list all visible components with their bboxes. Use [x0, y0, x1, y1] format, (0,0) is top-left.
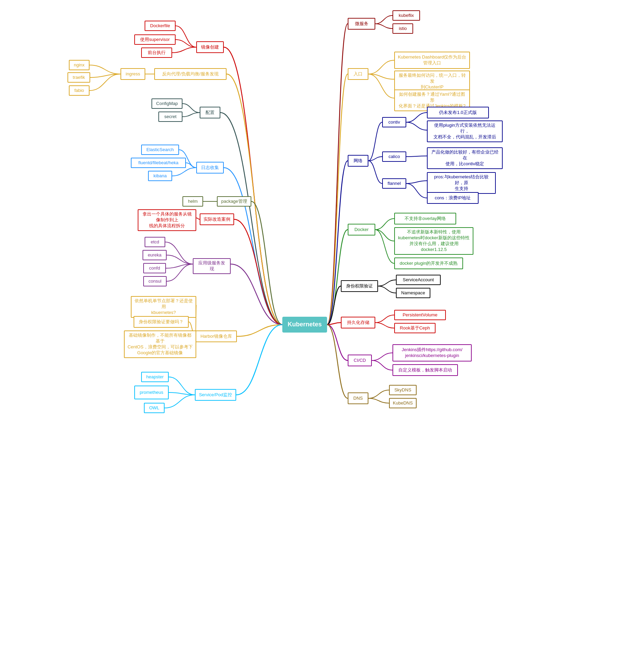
node-kubedns: KubeDNS [389, 398, 417, 408]
node-shenfenquanxian: 身份权限验证 [341, 280, 378, 292]
node-traefik: traefik [67, 72, 90, 83]
node-secret: secret [158, 112, 182, 122]
node-etcd: etcd [145, 237, 165, 247]
node-flannel_note2: cons：浪费IP地址 [427, 192, 479, 204]
node-eureka: eureka [143, 250, 167, 260]
mindmap-container: Kubernetes微服务kubeflixistio入口Kubernetes D… [0, 0, 639, 672]
node-pv: PersistentVolume [394, 310, 446, 320]
node-flannel_note1: pros:与kubernetes结合比较好，原 生支持 [427, 172, 496, 194]
node-ingress_desc: 反向代理/负载均衡/服务发现 [154, 68, 227, 80]
connections-svg [0, 0, 639, 672]
node-shiji_note: 拿出一个具体的服务从镜像制作到上 线的具体流程拆分 [138, 209, 196, 231]
node-owl: OWL [144, 403, 165, 413]
node-calico: calico [382, 151, 406, 162]
node-dns: DNS [348, 392, 368, 404]
node-cicd: CI/CD [348, 355, 372, 366]
node-jenkins_note: Jenkins插件https://github.com/ jenkinsci/k… [392, 344, 472, 361]
node-jingxiangjiangjian: 镜像创建 [196, 41, 224, 53]
node-elasticsearch: ElasticSearch [141, 145, 179, 155]
node-docker_note1: 不支持非overlay网络 [394, 213, 456, 224]
node-skydns: SkyDNS [389, 385, 417, 395]
node-dockerfile: Dockerfile [145, 21, 176, 31]
node-docker: Docker [348, 224, 375, 235]
center-node: Kubernetes [282, 317, 327, 333]
node-serviceaccount: ServiceAccount [396, 275, 441, 285]
node-fluentd: fluentd/filebeat/heka [131, 158, 186, 168]
node-contiv_note2: 使用plugin方式安装依然无法运行， 文档不全，代码混乱，开发滞后 [427, 120, 503, 142]
node-fuwufaxian: 应用级服务发现 [193, 258, 231, 274]
node-weifuwu: 微服务 [348, 18, 375, 30]
node-muban_note: 自定义模板，触发脚本启动 [392, 364, 458, 376]
node-rukou: 入口 [348, 68, 368, 80]
node-shijigaizao: 实际改造案例 [200, 213, 234, 225]
node-kubeflix: kubeflix [392, 10, 420, 21]
node-consul: consul [143, 276, 167, 286]
node-jichujingxiang_note: 基础镜像制作，不能所有镜像都基于 CentOS，浪费空间，可以参考下 Googl… [124, 330, 196, 358]
node-rizhishouji: 日志收集 [196, 162, 224, 174]
node-wangluo: 网络 [348, 155, 368, 167]
node-fuwu_note: 服务最终如何访问，统一入口，转发 到ClusterIP [394, 71, 470, 92]
node-flannel: flannel [382, 178, 406, 189]
node-docker_note3: docker plugin的开发并不成熟 [394, 258, 463, 269]
node-kibana: kibana [148, 171, 172, 181]
node-rook: Rook基于Ceph [394, 323, 436, 333]
node-heapster: heapster [141, 372, 169, 382]
node-shenfenquanxian_note: 身份权限验证要做吗？ [134, 316, 189, 328]
node-prometheus: prometheus [134, 386, 169, 399]
node-configmap: ConfigMap [151, 98, 182, 109]
node-contiv_note1: 仍未发布1.0正式版 [427, 107, 489, 118]
node-nginx: nginx [69, 60, 90, 70]
node-dashboard_note: Kubernetes Dashboard仅作为后台 管理入口 [394, 52, 470, 69]
node-supervisor: 使用supervisor [134, 34, 176, 45]
node-calico_note: 产品化做的比较好，有些企业已经在 使用，比contiv稳定 [427, 147, 503, 169]
node-package: package管理 [217, 196, 251, 207]
node-contiv: contiv [382, 117, 406, 127]
node-servicepod: Service/Pod监控 [195, 389, 236, 401]
node-peiZhi: 配置 [200, 107, 220, 118]
node-istio: istio [392, 23, 413, 34]
node-docker_note2: 不追求新版本新特性，使用 kubernetes时docker新版的这些特性 并没… [394, 227, 473, 255]
node-jiuhuacc: 持久化存储 [341, 317, 375, 328]
node-ingress_node: ingress [121, 68, 145, 80]
node-qiantai: 前台执行 [141, 48, 172, 58]
node-danjidianbu_note: 依然单机单节点部署？还是使用 kbuernetes? [131, 296, 196, 318]
node-helm: helm [182, 196, 203, 207]
node-namespace: Namespace [396, 288, 430, 298]
node-fabio: fabio [69, 85, 90, 96]
node-harbor: Harbor镜像仓库 [196, 330, 237, 342]
node-confd: confd [143, 263, 166, 273]
